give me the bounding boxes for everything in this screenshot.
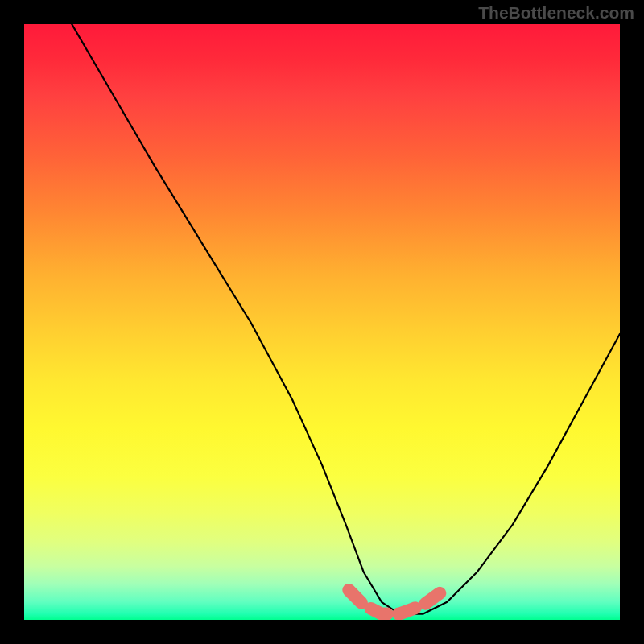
chart-svg (24, 24, 620, 620)
plot-area (24, 24, 620, 620)
bottleneck-curve (72, 24, 620, 614)
watermark-text: TheBottleneck.com (478, 3, 634, 23)
